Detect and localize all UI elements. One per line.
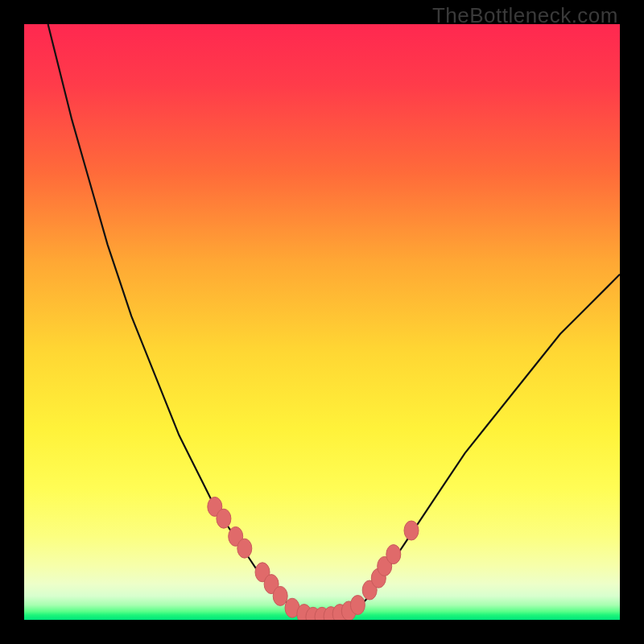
data-marker (237, 539, 252, 558)
chart-frame: TheBottleneck.com (0, 0, 644, 644)
data-marker (217, 509, 231, 528)
data-marker (350, 596, 365, 615)
curve-svg (24, 24, 620, 620)
data-markers (208, 497, 419, 620)
data-marker (404, 521, 419, 540)
data-marker (386, 545, 401, 564)
data-marker (273, 586, 287, 605)
plot-area (24, 24, 620, 620)
bottleneck-curve (48, 24, 620, 618)
